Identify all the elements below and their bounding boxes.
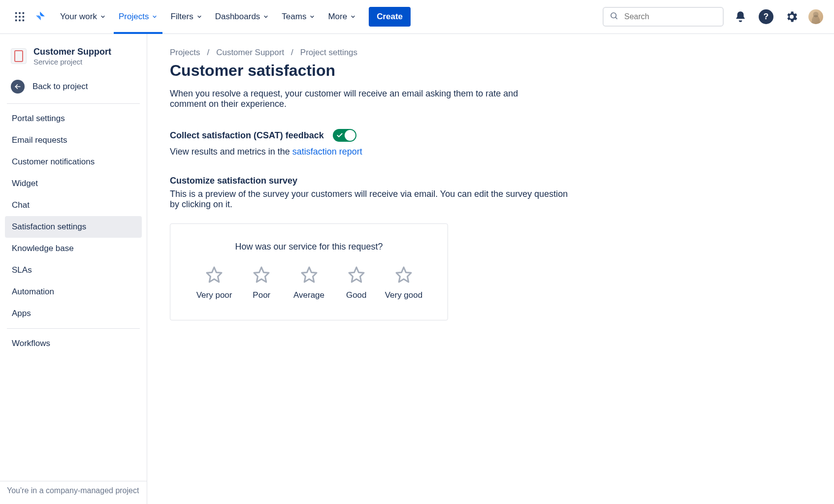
svg-rect-6 xyxy=(15,20,17,22)
project-header: Customer Support Service project xyxy=(5,47,142,73)
customize-desc: This is a preview of the survey your cus… xyxy=(170,189,574,210)
project-name: Customer Support xyxy=(33,47,111,58)
rating-option-average[interactable]: Average xyxy=(288,266,330,300)
create-button[interactable]: Create xyxy=(369,7,411,27)
star-icon xyxy=(253,266,270,284)
svg-marker-13 xyxy=(254,267,269,282)
svg-marker-14 xyxy=(302,267,317,282)
nav-item-label: More xyxy=(328,12,347,22)
nav-item-label: Dashboards xyxy=(215,12,260,22)
divider xyxy=(7,328,140,329)
sidebar-item-workflows[interactable]: Workflows xyxy=(5,333,142,354)
star-icon xyxy=(395,266,413,284)
nav-items: Your workProjectsFiltersDashboardsTeamsM… xyxy=(55,8,361,26)
star-icon xyxy=(348,266,365,284)
collect-feedback-toggle[interactable] xyxy=(333,129,356,142)
rating-label: Poor xyxy=(253,290,270,300)
sidebar-item-apps[interactable]: Apps xyxy=(5,303,142,324)
chevron-down-icon xyxy=(350,14,356,20)
nav-item-dashboards[interactable]: Dashboards xyxy=(210,8,274,26)
svg-rect-2 xyxy=(23,12,25,14)
svg-rect-1 xyxy=(19,12,21,14)
rating-option-very-poor[interactable]: Very poor xyxy=(193,266,235,300)
divider xyxy=(7,103,140,104)
svg-point-9 xyxy=(611,13,616,18)
chevron-down-icon xyxy=(263,14,269,20)
breadcrumb-separator: / xyxy=(207,48,209,58)
user-avatar[interactable] xyxy=(808,9,823,24)
back-label: Back to project xyxy=(32,82,88,92)
check-icon xyxy=(336,131,343,141)
svg-rect-0 xyxy=(15,12,17,14)
survey-preview: How was our service for this request? Ve… xyxy=(170,223,448,320)
nav-item-your-work[interactable]: Your work xyxy=(55,8,111,26)
sidebar-item-knowledge-base[interactable]: Knowledge base xyxy=(5,238,142,259)
sidebar-item-satisfaction-settings[interactable]: Satisfaction settings xyxy=(5,216,142,238)
help-icon[interactable]: ? xyxy=(757,8,775,26)
rating-option-poor[interactable]: Poor xyxy=(240,266,283,300)
page-lead: When you resolve a request, your custome… xyxy=(170,89,544,109)
sidebar: Customer Support Service project Back to… xyxy=(0,34,147,504)
results-prefix: View results and metrics in the xyxy=(170,147,292,157)
sidebar-item-customer-notifications[interactable]: Customer notifications xyxy=(5,151,142,173)
survey-question[interactable]: How was our service for this request? xyxy=(193,242,425,252)
search-input[interactable] xyxy=(623,12,724,22)
satisfaction-report-link[interactable]: satisfaction report xyxy=(292,147,362,157)
customize-label: Customize satisfaction survey xyxy=(170,176,811,186)
breadcrumb-item[interactable]: Project settings xyxy=(300,48,357,58)
chevron-down-icon xyxy=(152,14,158,20)
nav-item-label: Projects xyxy=(119,12,149,22)
sidebar-item-slas[interactable]: SLAs xyxy=(5,259,142,281)
settings-icon[interactable] xyxy=(783,8,801,26)
nav-item-more[interactable]: More xyxy=(323,8,361,26)
svg-rect-4 xyxy=(19,16,21,18)
top-nav: Your workProjectsFiltersDashboardsTeamsM… xyxy=(0,0,834,34)
breadcrumb-item[interactable]: Customer Support xyxy=(216,48,284,58)
svg-marker-16 xyxy=(396,267,411,282)
sidebar-footer: You're in a company-managed project xyxy=(0,481,147,504)
svg-marker-12 xyxy=(207,267,222,282)
sidebar-item-chat[interactable]: Chat xyxy=(5,194,142,216)
nav-item-label: Filters xyxy=(170,12,193,22)
nav-item-filters[interactable]: Filters xyxy=(165,8,207,26)
star-icon xyxy=(205,266,223,284)
nav-item-label: Teams xyxy=(282,12,306,22)
nav-item-teams[interactable]: Teams xyxy=(277,8,320,26)
project-type: Service project xyxy=(33,58,111,66)
sidebar-item-portal-settings[interactable]: Portal settings xyxy=(5,108,142,129)
jira-logo-icon[interactable] xyxy=(32,8,49,26)
svg-rect-5 xyxy=(23,16,25,18)
rating-option-very-good[interactable]: Very good xyxy=(383,266,425,300)
nav-item-label: Your work xyxy=(60,12,97,22)
back-to-project-button[interactable]: Back to project xyxy=(5,73,142,100)
main-content: Projects/Customer Support/Project settin… xyxy=(147,34,834,504)
svg-line-10 xyxy=(615,17,617,19)
chevron-down-icon xyxy=(309,14,315,20)
sidebar-item-automation[interactable]: Automation xyxy=(5,281,142,303)
nav-item-projects[interactable]: Projects xyxy=(114,8,162,26)
collect-feedback-label: Collect satisfaction (CSAT) feedback xyxy=(170,130,324,141)
rating-label: Average xyxy=(293,290,324,300)
rating-label: Very good xyxy=(385,290,423,300)
page-title: Customer satisfaction xyxy=(170,62,811,80)
sidebar-item-widget[interactable]: Widget xyxy=(5,173,142,194)
back-arrow-icon xyxy=(11,80,25,94)
rating-label: Very poor xyxy=(196,290,232,300)
svg-rect-8 xyxy=(23,20,25,22)
rating-label: Good xyxy=(346,290,367,300)
svg-rect-7 xyxy=(19,20,21,22)
breadcrumb-separator: / xyxy=(291,48,293,58)
rating-option-good[interactable]: Good xyxy=(335,266,378,300)
app-switcher-icon[interactable] xyxy=(11,8,29,26)
svg-rect-3 xyxy=(15,16,17,18)
notifications-icon[interactable] xyxy=(732,8,749,26)
chevron-down-icon xyxy=(100,14,106,20)
svg-marker-15 xyxy=(349,267,364,282)
breadcrumb-item[interactable]: Projects xyxy=(170,48,200,58)
search-box[interactable] xyxy=(603,7,724,27)
sidebar-item-email-requests[interactable]: Email requests xyxy=(5,129,142,151)
star-icon xyxy=(300,266,318,284)
search-icon xyxy=(609,11,618,23)
chevron-down-icon xyxy=(196,14,202,20)
breadcrumb: Projects/Customer Support/Project settin… xyxy=(170,48,811,58)
